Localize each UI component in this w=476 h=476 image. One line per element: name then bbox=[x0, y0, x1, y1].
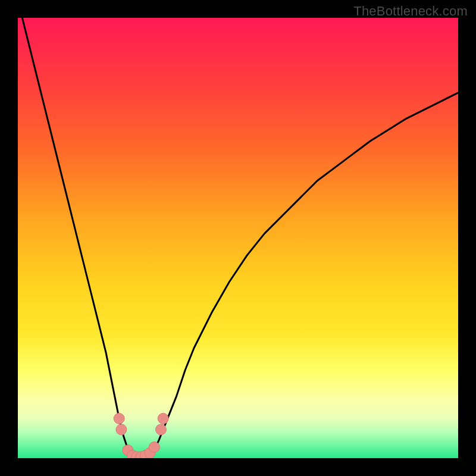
curve-layer bbox=[18, 18, 458, 458]
data-marker bbox=[158, 413, 168, 424]
watermark-text: TheBottleneck.com bbox=[353, 4, 468, 19]
data-marker bbox=[116, 424, 127, 435]
plot-area bbox=[18, 18, 458, 458]
bottleneck-curve bbox=[18, 18, 458, 458]
data-marker bbox=[114, 413, 124, 424]
chart-frame: TheBottleneck.com bbox=[0, 0, 476, 476]
data-marker bbox=[149, 442, 159, 453]
data-marker bbox=[156, 424, 167, 435]
